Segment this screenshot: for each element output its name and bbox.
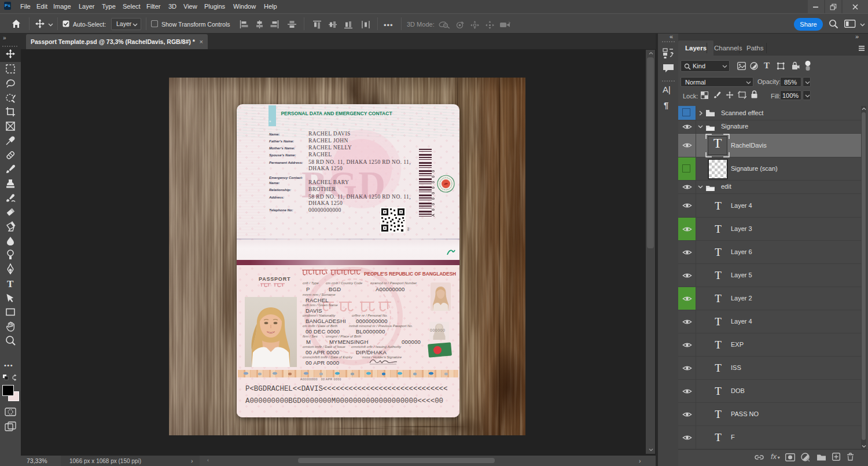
svg-text:T: T (7, 278, 14, 289)
